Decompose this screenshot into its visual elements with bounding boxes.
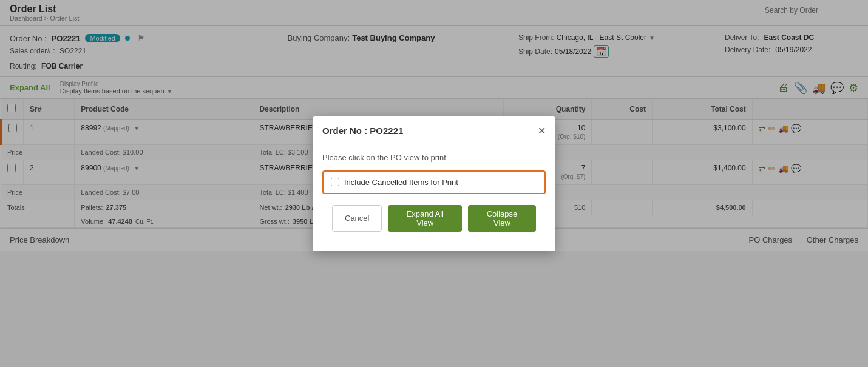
collapse-view-button[interactable]: Collapse View — [468, 205, 536, 232]
modal-body: Please click on the PO view to print Inc… — [313, 143, 555, 251]
include-cancelled-checkbox[interactable] — [331, 178, 339, 186]
modal-dialog: Order No : PO2221 ✕ Please click on the … — [313, 116, 555, 251]
page: Order List Dashboard > Order List Order … — [0, 0, 868, 367]
cancel-button[interactable]: Cancel — [332, 205, 382, 232]
include-cancelled-label[interactable]: Include Cancelled Items for Print — [344, 178, 458, 187]
modal-checkbox-row: Include Cancelled Items for Print — [322, 170, 546, 194]
modal-close-button[interactable]: ✕ — [538, 125, 546, 136]
expand-all-view-button[interactable]: Expand All View — [388, 205, 462, 232]
modal-footer: Cancel Expand All View Collapse View — [322, 205, 546, 241]
modal-overlay: Order No : PO2221 ✕ Please click on the … — [0, 0, 868, 367]
modal-title: Order No : PO2221 — [322, 126, 403, 136]
modal-subtitle: Please click on the PO view to print — [322, 153, 546, 162]
modal-header: Order No : PO2221 ✕ — [313, 116, 555, 143]
